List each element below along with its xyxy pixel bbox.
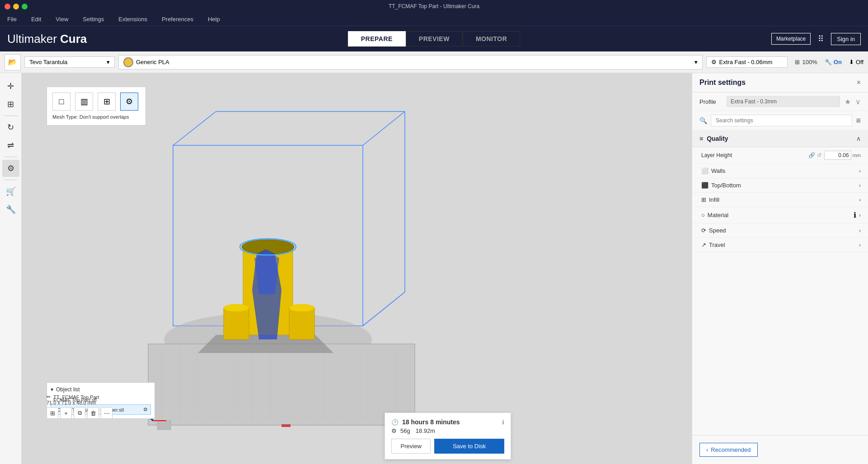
quality-icon: ≡ bbox=[699, 135, 703, 142]
walls-label: Walls bbox=[711, 167, 725, 174]
svg-line-2 bbox=[363, 111, 405, 145]
menu-view[interactable]: View bbox=[53, 15, 71, 23]
recommended-button[interactable]: ‹ Recommended bbox=[699, 443, 758, 457]
speed-label: Speed bbox=[709, 227, 726, 234]
menu-file[interactable]: File bbox=[5, 15, 19, 23]
marketplace-tool-button[interactable]: 🛒 bbox=[2, 183, 19, 200]
svg-rect-32 bbox=[157, 421, 171, 430]
printer-selector[interactable]: Tevo Tarantula ▾ bbox=[24, 56, 115, 68]
svg-point-64 bbox=[224, 304, 249, 311]
prepare-tool-button[interactable]: 🔧 bbox=[2, 201, 19, 218]
recommended-row: ‹ Recommended bbox=[692, 435, 868, 464]
search-settings-input[interactable] bbox=[711, 115, 852, 126]
grid-icon[interactable]: ⠿ bbox=[816, 32, 826, 46]
mesh-type-normal-button[interactable]: □ bbox=[52, 93, 70, 111]
title-bar: TT_FCMAF Top Part - Ultimaker Cura bbox=[0, 0, 868, 13]
add-model-button[interactable]: + bbox=[60, 407, 72, 419]
panel-header: Print settings × bbox=[692, 73, 868, 93]
profile-selector[interactable]: ⚙ Extra Fast - 0.06mm bbox=[706, 56, 788, 68]
menu-settings[interactable]: Settings bbox=[80, 15, 107, 23]
settings-menu-icon[interactable]: ≡ bbox=[856, 116, 861, 125]
object-list-header[interactable]: ▾ Object list bbox=[51, 386, 151, 393]
recommended-label: Recommended bbox=[711, 446, 751, 453]
material-info-icon[interactable]: ℹ bbox=[854, 211, 856, 219]
delete-button[interactable]: 🗑 bbox=[87, 407, 99, 419]
infill-row[interactable]: ⊞ Infill › bbox=[692, 193, 868, 207]
link-icon[interactable]: 🔗 bbox=[808, 152, 815, 158]
duplicate-button[interactable]: ⧉ bbox=[74, 407, 85, 419]
save-to-disk-button[interactable]: Save to Disk bbox=[434, 439, 504, 454]
quality-section-header[interactable]: ≡ Quality ∧ bbox=[692, 130, 868, 147]
menu-help[interactable]: Help bbox=[205, 15, 223, 23]
mesh-type-cutting-button[interactable]: ⊞ bbox=[98, 93, 116, 111]
project-name-row: ✏ TT_FCMAF Top Part bbox=[47, 394, 113, 400]
mesh-type-infill-button[interactable]: ▥ bbox=[75, 93, 93, 111]
rotate-tool-button[interactable]: ↻ bbox=[2, 119, 19, 136]
toolbar-separator-3 bbox=[4, 180, 18, 180]
menu-edit[interactable]: Edit bbox=[28, 15, 44, 23]
estimate-panel: 🕐 18 hours 8 minutes ℹ ⚙ 56g 18.92m Prev… bbox=[385, 413, 511, 459]
infill-value: 100% bbox=[802, 59, 817, 65]
left-toolbar: ✛ ⊞ ↻ ⇌ ⚙ 🛒 🔧 bbox=[0, 73, 22, 464]
material-length: 18.92m bbox=[416, 427, 435, 434]
per-model-settings-button[interactable]: ⊞ bbox=[2, 96, 19, 113]
speed-icon: ⟳ bbox=[701, 227, 706, 234]
material-row[interactable]: ○ Material ℹ › bbox=[692, 207, 868, 223]
adhesion-display: ⬇ Off bbox=[849, 59, 863, 65]
mesh-type-panel: □ ▥ ⊞ ⚙ Mesh Type: Don't support overlap… bbox=[47, 87, 146, 125]
mesh-type-label: Mesh Type: Don't support overlaps bbox=[52, 114, 140, 120]
settings-scroll[interactable]: ≡ Quality ∧ Layer Height 🔗 ↺ mm ⬜ Wa bbox=[692, 130, 868, 435]
top-bottom-row[interactable]: ⬛ Top/Bottom › bbox=[692, 178, 868, 193]
infill-chevron-icon: › bbox=[859, 197, 861, 203]
material-label: Material bbox=[708, 212, 728, 218]
infill-name: ⊞ Infill bbox=[701, 196, 719, 203]
travel-label: Travel bbox=[709, 241, 725, 248]
svg-rect-74 bbox=[282, 424, 291, 427]
viewport[interactable]: □ ▥ ⊞ ⚙ Mesh Type: Don't support overlap… bbox=[22, 73, 692, 464]
mesh-type-support-button[interactable]: ⚙ bbox=[120, 93, 138, 111]
project-name: TT_FCMAF Top Part bbox=[53, 394, 99, 400]
reset-icon[interactable]: ↺ bbox=[817, 152, 821, 158]
adhesion-value: Off bbox=[856, 59, 863, 65]
top-bottom-name: ⬛ Top/Bottom bbox=[701, 182, 741, 189]
menu-preferences[interactable]: Preferences bbox=[159, 15, 196, 23]
open-folder-button[interactable]: 📂 bbox=[5, 54, 21, 70]
move-tool-button[interactable]: ✛ bbox=[2, 78, 19, 95]
travel-row[interactable]: ↗ Travel › bbox=[692, 238, 868, 252]
object-settings-icon[interactable]: ⚙ bbox=[143, 407, 148, 413]
walls-chevron-icon: › bbox=[859, 168, 861, 174]
profile-chevron-icon[interactable]: ∨ bbox=[855, 97, 861, 106]
support-blocker-button[interactable]: ⚙ bbox=[2, 160, 19, 177]
travel-name: ↗ Travel bbox=[701, 241, 725, 248]
material-selector[interactable]: 1 Generic PLA ▾ bbox=[118, 55, 703, 70]
estimate-info-icon[interactable]: ℹ bbox=[502, 419, 504, 426]
close-window-button[interactable] bbox=[5, 4, 10, 9]
close-panel-button[interactable]: × bbox=[857, 79, 861, 87]
sign-in-button[interactable]: Sign in bbox=[831, 33, 861, 45]
panel-title: Print settings bbox=[699, 79, 746, 87]
tab-monitor[interactable]: MONITOR bbox=[463, 31, 520, 46]
infill-label: Infill bbox=[709, 196, 719, 203]
preview-button[interactable]: Preview bbox=[391, 439, 431, 454]
speed-row[interactable]: ⟳ Speed › bbox=[692, 223, 868, 238]
material-weight: 56g bbox=[400, 427, 410, 434]
more-button[interactable]: ⋯ bbox=[101, 407, 113, 419]
profile-star-button[interactable]: ★ bbox=[845, 97, 851, 106]
menu-extensions[interactable]: Extensions bbox=[116, 15, 150, 23]
profile-label: Profile bbox=[699, 98, 722, 105]
minimize-window-button[interactable] bbox=[13, 4, 19, 9]
maximize-window-button[interactable] bbox=[22, 4, 28, 9]
tab-prepare[interactable]: PREPARE bbox=[348, 31, 406, 46]
estimate-actions: Preview Save to Disk bbox=[391, 439, 504, 454]
tab-preview[interactable]: PREVIEW bbox=[406, 31, 463, 46]
marketplace-button[interactable]: Marketplace bbox=[771, 33, 811, 45]
walls-row[interactable]: ⬜ Walls › bbox=[692, 164, 868, 178]
infill-icon: ⊞ bbox=[795, 59, 800, 65]
layer-height-icons: 🔗 ↺ bbox=[808, 152, 821, 158]
top-bottom-chevron-icon: › bbox=[859, 182, 861, 189]
mirror-tool-button[interactable]: ⇌ bbox=[2, 137, 19, 154]
layer-height-input[interactable] bbox=[824, 151, 851, 160]
window-title: TT_FCMAF Top Part - Ultimaker Cura bbox=[389, 3, 479, 9]
svg-point-67 bbox=[289, 304, 314, 311]
arrange-all-button[interactable]: ⊞ bbox=[47, 407, 58, 419]
